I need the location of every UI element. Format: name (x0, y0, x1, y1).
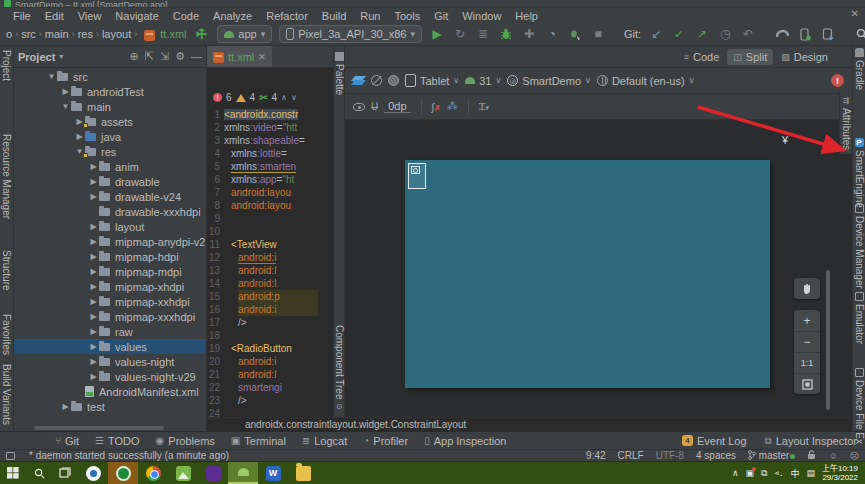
tree-item-assets[interactable]: ▶assets (14, 114, 206, 129)
clear-constraints-icon[interactable]: ʃ✗ (432, 101, 441, 113)
code-line[interactable]: 24 (207, 407, 333, 417)
breadcrumb-item[interactable]: res (78, 28, 93, 40)
tree-chevron-icon[interactable]: ▶ (88, 192, 99, 201)
tree-chevron-icon[interactable]: ▶ (88, 267, 99, 276)
code-editor[interactable]: ! 6 4 ✂ 4 ∧ ∨ 1<androidx.constr2xmlns:vi… (207, 68, 333, 417)
toolwindow-event-log[interactable]: 4Event Log (682, 435, 747, 447)
tree-chevron-icon[interactable]: ▼ (60, 102, 71, 111)
tree-item-androidtest[interactable]: ▶androidTest (14, 84, 206, 99)
tray-expand-icon[interactable]: ∧ (732, 468, 739, 478)
toolwindow-todo[interactable]: ☰TODO (95, 435, 140, 447)
mode-split[interactable]: ◫Split (727, 49, 773, 65)
tree-chevron-icon[interactable]: ▶ (88, 342, 99, 351)
code-line[interactable]: 8android:layou (207, 199, 333, 212)
tree-item-mipmap-xxxhdpi[interactable]: ▶mipmap-xxxhdpi (14, 309, 206, 324)
breadcrumb-item[interactable]: src (21, 28, 36, 40)
settings-icon[interactable]: ⚙ (175, 50, 185, 63)
device-size-selector[interactable]: Tablet ∨ (405, 74, 459, 87)
taskbar-gallery-app-icon[interactable] (168, 462, 198, 484)
toolwindow-profiler[interactable]: ◔Profiler (363, 435, 408, 447)
run-icon[interactable]: ▶ (427, 25, 447, 43)
code-line[interactable]: 3xmlns:shapeable= (207, 134, 333, 147)
git-history-icon[interactable]: ◷ (715, 25, 735, 43)
breadcrumb-item[interactable]: layout (102, 28, 131, 40)
tray-keyboard-icon[interactable]: ▤ (806, 468, 815, 478)
tray-display-icon[interactable]: ⧉ (761, 468, 767, 479)
code-line[interactable]: 23/> (207, 394, 333, 407)
search-icon[interactable] (852, 25, 865, 43)
taskbar-chrome-app-icon[interactable] (138, 462, 168, 484)
code-line[interactable]: 11<TextView (207, 238, 333, 251)
device-selector[interactable]: Pixel_3a_API_30_x86 ▾ (279, 25, 422, 43)
sidebar-tab-favorites[interactable]: Favorites (0, 314, 13, 355)
build-hammer-icon[interactable]: ⚒ (192, 25, 210, 43)
code-line[interactable]: 17/> (207, 316, 333, 329)
component-breadcrumb[interactable]: androidx.constraintlayout.widget.Constra… (245, 419, 466, 430)
mode-code[interactable]: ≡Code (678, 49, 726, 65)
breadcrumb-item[interactable]: o (6, 28, 12, 40)
menu-build[interactable]: Build (315, 10, 353, 22)
breadcrumb-file[interactable]: tt.xml (160, 28, 186, 40)
view-options-icon[interactable] (353, 103, 365, 111)
locale-selector[interactable]: Default (en-us) ∨ (597, 75, 695, 87)
tool-tab-emulator[interactable]: Emulator (853, 292, 865, 344)
menu-window[interactable]: Window (455, 10, 508, 22)
happy-face-icon[interactable]: ☺ (828, 451, 837, 461)
theme-selector[interactable]: ◎ SmartDemo ∨ (507, 75, 591, 87)
tree-item-drawable-xxxhdpi[interactable]: drawable-xxxhdpi (14, 204, 206, 219)
imageview-placeholder[interactable] (408, 163, 426, 189)
lock-icon[interactable] (807, 450, 816, 462)
tree-chevron-icon[interactable]: ▼ (46, 72, 57, 81)
debug-icon[interactable] (496, 25, 516, 43)
taskbar-file-explorer-app-icon[interactable] (288, 462, 318, 484)
tree-item-mipmap-anydpi-v2[interactable]: ▶mipmap-anydpi-v2 (14, 234, 206, 249)
chevron-down-icon[interactable]: ▾ (59, 52, 63, 61)
file-encoding[interactable]: UTF-8 (656, 450, 684, 461)
code-lines[interactable]: 1<androidx.constr2xmlns:video="htt3xmlns… (207, 108, 333, 417)
tab-close-icon[interactable]: ✕ (258, 52, 266, 62)
code-line[interactable]: 20android:i (207, 355, 333, 368)
night-mode-icon[interactable] (388, 75, 399, 86)
zoom-fit-icon[interactable] (794, 373, 820, 394)
tree-chevron-icon[interactable]: ▶ (88, 312, 99, 321)
infer-constraints-icon[interactable]: ⁂ (447, 100, 458, 113)
taskbar-purple-ide-app-icon[interactable] (198, 462, 228, 484)
sad-face-icon[interactable]: ☹ (850, 451, 859, 461)
code-line[interactable]: 5xmlns:smarten (207, 160, 333, 173)
expand-all-icon[interactable]: ⇱ (145, 50, 154, 63)
tree-item-values-night[interactable]: ▶values-night (14, 354, 206, 369)
profiler-icon[interactable]: ◔ (542, 25, 562, 43)
code-line[interactable]: 2xmlns:video="htt (207, 121, 333, 134)
close-icon[interactable]: ✕ (851, 8, 859, 19)
git-rollback-icon[interactable]: ↶ (738, 25, 758, 43)
tray-volume-icon[interactable]: ◁᎐ (774, 468, 783, 478)
device-manager-icon[interactable] (795, 25, 815, 43)
toolwindow-layout-inspector[interactable]: ⧉Layout Inspector (765, 435, 857, 447)
line-ending[interactable]: CRLF (618, 450, 644, 461)
toolwindow-app-inspection[interactable]: ▯App Inspection (424, 435, 506, 447)
menu-tools[interactable]: Tools (387, 10, 427, 22)
code-line[interactable]: 6xmlns:app="ht (207, 173, 333, 186)
code-line[interactable]: 22smartengi (207, 381, 333, 394)
sidebar-tab-structure[interactable]: Structure (0, 250, 13, 291)
tree-item-anim[interactable]: ▶anim (14, 159, 206, 174)
breadcrumb-item[interactable]: main (45, 28, 69, 40)
default-margin-selector[interactable]: 0dp (384, 100, 410, 113)
menu-code[interactable]: Code (166, 10, 206, 22)
design-canvas[interactable]: ¥ + − 1:1 (345, 120, 852, 417)
tree-item-drawable[interactable]: ▶drawable (14, 174, 206, 189)
tree-item-main[interactable]: ▼main (14, 99, 206, 114)
tree-chevron-icon[interactable]: ▶ (88, 177, 99, 186)
tool-tab-smartengine[interactable]: PSmartEngine (853, 138, 865, 208)
tree-chevron-icon[interactable]: ▶ (60, 402, 71, 411)
tab-attributes[interactable]: ⇶ Attributes (839, 92, 852, 154)
toolwindow-logcat[interactable]: ≣Logcat (302, 435, 347, 447)
tab-palette[interactable]: Palette (334, 52, 344, 95)
code-line[interactable]: 1<androidx.constr (207, 108, 333, 121)
tree-item-layout[interactable]: ▶layout (14, 219, 206, 234)
tool-tab-gradle[interactable]: Gradle (853, 48, 865, 90)
autoconnect-off-icon[interactable]: U (371, 101, 378, 112)
tree-chevron-icon[interactable]: ▶ (88, 282, 99, 291)
menu-analyze[interactable]: Analyze (206, 10, 259, 22)
menu-git[interactable]: Git (427, 10, 455, 22)
